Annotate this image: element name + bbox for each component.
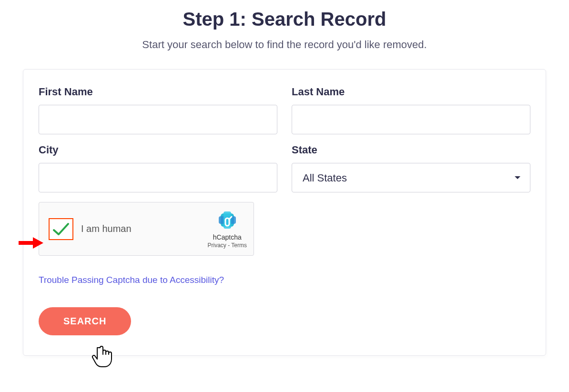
- hcaptcha-legal-links: Privacy - Terms: [208, 242, 247, 249]
- hcaptcha-label: I am human: [81, 223, 132, 234]
- page-subtitle: Start your search below to find the reco…: [0, 39, 569, 51]
- hcaptcha-brand-text: hCaptcha: [213, 233, 242, 241]
- hcaptcha-checkbox[interactable]: [49, 218, 73, 240]
- last-name-input[interactable]: [292, 105, 530, 134]
- search-button[interactable]: SEARCH: [39, 307, 131, 335]
- first-name-input[interactable]: [39, 105, 277, 134]
- hcaptcha-sep: -: [226, 242, 231, 249]
- hcaptcha-terms-link[interactable]: Terms: [231, 242, 247, 249]
- search-form-card: First Name Last Name City State All Stat…: [23, 69, 546, 356]
- page-title: Step 1: Search Record: [0, 9, 569, 30]
- first-name-label: First Name: [39, 86, 277, 98]
- hcaptcha-widget: I am human hCaptcha Privacy - Terms: [39, 202, 254, 256]
- state-label: State: [292, 144, 530, 156]
- hcaptcha-privacy-link[interactable]: Privacy: [208, 242, 226, 249]
- red-arrow-annotation-icon: [18, 235, 44, 252]
- state-select[interactable]: All States: [292, 163, 530, 192]
- city-input[interactable]: [39, 163, 277, 192]
- hcaptcha-logo-icon: [217, 210, 238, 232]
- city-label: City: [39, 144, 277, 156]
- last-name-label: Last Name: [292, 86, 530, 98]
- captcha-accessibility-link[interactable]: Trouble Passing Captcha due to Accessibi…: [39, 275, 224, 285]
- checkmark-icon: [52, 221, 70, 237]
